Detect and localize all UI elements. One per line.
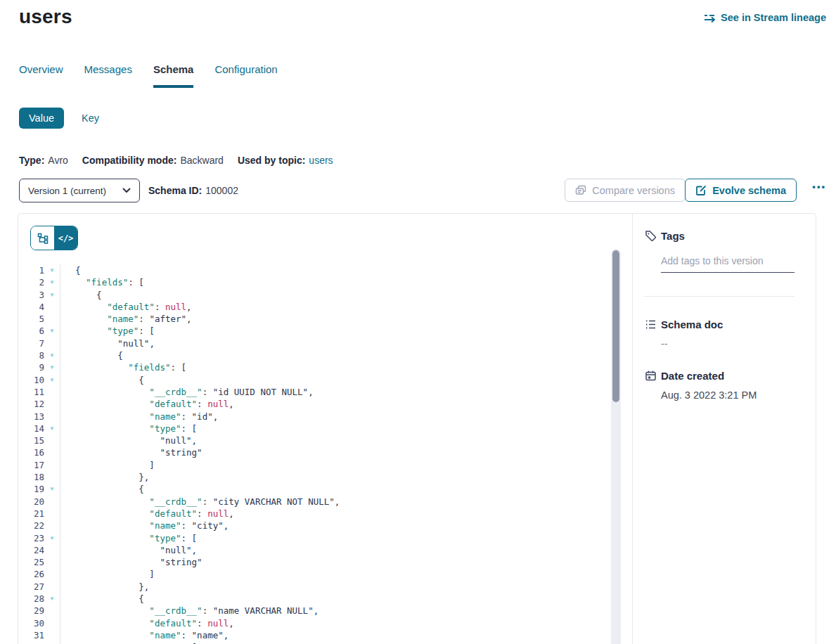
- tab-configuration[interactable]: Configuration: [214, 63, 277, 88]
- code-line: 6▼ "type": [: [18, 325, 632, 337]
- code-line: 4 "default": null,: [18, 301, 632, 313]
- line-number: 12: [18, 398, 44, 410]
- compare-versions-label: Compare versions: [592, 185, 675, 196]
- tab-schema[interactable]: Schema: [153, 63, 194, 88]
- evolve-schema-label: Evolve schema: [712, 185, 786, 196]
- line-number: 8: [18, 349, 44, 361]
- tree-view-button[interactable]: [31, 226, 54, 250]
- fold-gutter-spacer: [44, 411, 60, 423]
- line-number: 14: [18, 423, 44, 434]
- key-toggle-button[interactable]: Key: [82, 112, 99, 124]
- date-created-section-header: Date created: [644, 369, 795, 382]
- fold-arrow-icon[interactable]: ▼: [44, 264, 60, 276]
- fold-gutter-spacer: [44, 398, 60, 410]
- fold-gutter-spacer: [44, 556, 60, 568]
- code-text: "name": "id",: [60, 411, 632, 423]
- code-line: 32▼ "type": [: [18, 641, 632, 644]
- tab-overview[interactable]: Overview: [19, 63, 63, 88]
- line-number: 21: [18, 508, 44, 520]
- code-line: 25 "string": [18, 556, 632, 568]
- code-text: "type": [: [60, 641, 632, 644]
- meta-used-by-topic: Used by topic: users: [238, 155, 333, 166]
- line-number: 16: [18, 446, 44, 458]
- fold-arrow-icon[interactable]: ▼: [44, 289, 60, 301]
- code-editor[interactable]: 1▼{2▼ "fields": [3▼ {4 "default": null,5…: [18, 264, 632, 644]
- view-mode-toggle: </>: [30, 226, 78, 250]
- page-title: users: [19, 6, 72, 28]
- value-toggle-button[interactable]: Value: [19, 108, 64, 129]
- lineage-link-label: See in Stream lineage: [721, 12, 826, 23]
- code-line: 11 "__crdb__": "id UUID NOT NULL",: [18, 386, 632, 398]
- fold-arrow-icon[interactable]: ▼: [44, 361, 60, 373]
- line-number: 29: [18, 605, 44, 617]
- code-text: {: [60, 264, 632, 276]
- value-key-toggle: Value Key: [19, 108, 99, 129]
- code-text: "name": "city",: [60, 520, 632, 532]
- fold-arrow-icon[interactable]: ▼: [44, 276, 60, 288]
- line-number: 9: [18, 361, 44, 373]
- used-by-topic-link[interactable]: users: [309, 155, 333, 166]
- code-line: 12 "default": null,: [18, 398, 632, 410]
- code-line: 31 "name": "name",: [18, 629, 632, 641]
- code-text: "null",: [60, 337, 632, 349]
- fold-gutter-spacer: [44, 301, 60, 313]
- tags-heading: Tags: [661, 230, 685, 242]
- line-number: 19: [18, 483, 44, 495]
- code-text: "default": null,: [60, 617, 632, 629]
- code-text: {: [60, 593, 632, 605]
- more-options-button[interactable]: •••: [812, 181, 826, 192]
- fold-arrow-icon[interactable]: ▼: [44, 593, 60, 605]
- schema-panel: </> 1▼{2▼ "fields": [3▼ {4 "default": nu…: [18, 213, 816, 644]
- code-text: "__crdb__": "city VARCHAR NOT NULL",: [60, 496, 632, 508]
- code-line: 22 "name": "city",: [18, 520, 632, 532]
- tab-messages[interactable]: Messages: [84, 63, 132, 88]
- fold-arrow-icon[interactable]: ▼: [44, 325, 60, 337]
- code-text: ]: [60, 568, 632, 580]
- schema-id-label: Schema ID:: [148, 185, 202, 196]
- fold-arrow-icon[interactable]: ▼: [44, 483, 60, 495]
- schema-code-column: </> 1▼{2▼ "fields": [3▼ {4 "default": nu…: [18, 214, 632, 644]
- code-scrollbar-track[interactable]: [611, 249, 621, 644]
- code-line: 30 "default": null,: [18, 617, 632, 629]
- fold-arrow-icon[interactable]: ▼: [44, 532, 60, 544]
- tag-icon: [644, 229, 657, 242]
- fold-gutter-spacer: [44, 581, 60, 593]
- code-line: 9▼ "fields": [: [18, 361, 632, 373]
- fold-arrow-icon[interactable]: ▼: [44, 374, 60, 386]
- see-in-stream-lineage-link[interactable]: See in Stream lineage: [703, 11, 826, 24]
- code-line: 3▼ {: [18, 289, 632, 301]
- code-text: "string": [60, 446, 632, 458]
- fold-gutter-spacer: [44, 313, 60, 325]
- evolve-schema-button[interactable]: Evolve schema: [685, 179, 797, 202]
- code-text: "type": [: [60, 423, 632, 434]
- code-scrollbar-thumb[interactable]: [612, 250, 619, 402]
- code-line: 2▼ "fields": [: [18, 276, 632, 288]
- code-line: 14▼ "type": [: [18, 423, 632, 434]
- tab-bar: Overview Messages Schema Configuration: [19, 63, 278, 88]
- fold-arrow-icon[interactable]: ▼: [44, 423, 60, 434]
- line-number: 15: [18, 434, 44, 446]
- code-view-button[interactable]: </>: [54, 226, 77, 250]
- code-text: {: [60, 289, 632, 301]
- fold-arrow-icon[interactable]: ▼: [44, 641, 60, 644]
- compare-versions-button[interactable]: Compare versions: [565, 179, 686, 202]
- schema-doc-section-header: Schema doc: [644, 318, 795, 330]
- fold-arrow-icon[interactable]: ▼: [44, 349, 60, 361]
- schema-id-value: 100002: [205, 185, 238, 196]
- code-line: 15 "null",: [18, 434, 632, 446]
- code-text: "null",: [60, 434, 632, 446]
- add-tags-input[interactable]: [661, 254, 795, 273]
- line-number: 18: [18, 471, 44, 483]
- code-text: "default": null,: [60, 301, 632, 313]
- type-value: Avro: [48, 155, 68, 166]
- fold-gutter-spacer: [44, 544, 60, 556]
- code-line: 8▼ {: [18, 349, 632, 361]
- code-line: 10▼ {: [18, 374, 632, 386]
- line-number: 13: [18, 411, 44, 423]
- code-text: "null",: [60, 544, 632, 556]
- version-select[interactable]: Version 1 (current): [19, 179, 140, 202]
- code-line: 1▼{: [18, 264, 632, 276]
- code-text: {: [60, 483, 632, 495]
- chevron-down-icon: [122, 186, 131, 195]
- fold-gutter-spacer: [44, 386, 60, 398]
